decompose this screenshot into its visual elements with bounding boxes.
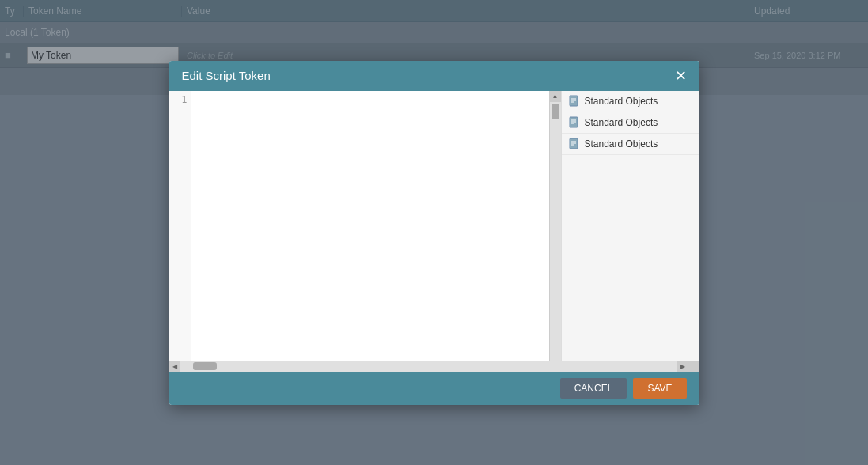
scroll-thumb-v[interactable]: [552, 104, 559, 119]
scroll-left-arrow[interactable]: ◀: [169, 361, 180, 372]
scrollbar-corner: [688, 361, 699, 372]
modal-close-button[interactable]: ✕: [675, 69, 687, 83]
sidebar-item-3-label: Standard Objects: [585, 138, 658, 149]
scroll-up-arrow[interactable]: ▲: [550, 91, 561, 102]
modal-dialog: Edit Script Token ✕ 1 ▲: [169, 61, 699, 405]
editor-area: 1: [169, 91, 550, 361]
sidebar-item-3[interactable]: Standard Objects: [562, 134, 699, 155]
modal-body: 1 ▲: [169, 91, 699, 372]
modal-header: Edit Script Token ✕: [169, 61, 699, 91]
scroll-thumb-h[interactable]: [193, 362, 217, 370]
sidebar-item-1-label: Standard Objects: [585, 96, 658, 107]
line-number-1: 1: [169, 94, 188, 105]
line-numbers: 1: [169, 91, 191, 361]
editor-wrapper: 1 ▲: [169, 91, 699, 372]
horizontal-scrollbar[interactable]: ◀ ▶: [169, 361, 699, 372]
sidebar-item-3-icon: [568, 138, 581, 150]
scroll-right-arrow[interactable]: ▶: [677, 361, 688, 372]
sidebar-item-2-icon: [568, 116, 581, 129]
editor-top: 1 ▲: [169, 91, 699, 361]
sidebar-item-2[interactable]: Standard Objects: [562, 112, 699, 134]
code-editor[interactable]: [191, 91, 549, 361]
save-button[interactable]: SAVE: [633, 378, 686, 399]
scroll-track-h[interactable]: [191, 362, 666, 370]
cancel-button[interactable]: CANCEL: [560, 378, 627, 399]
modal-overlay: Edit Script Token ✕ 1 ▲: [0, 0, 868, 465]
sidebar-item-2-label: Standard Objects: [585, 117, 658, 128]
modal-title: Edit Script Token: [182, 69, 271, 82]
sidebar-item-1-icon: [568, 95, 581, 108]
sidebar-item-1[interactable]: Standard Objects: [562, 91, 699, 112]
sidebar-panel: Standard Objects Standard Objects: [561, 91, 699, 361]
vertical-scrollbar[interactable]: ▲: [550, 91, 561, 361]
modal-footer: CANCEL SAVE: [169, 372, 699, 405]
